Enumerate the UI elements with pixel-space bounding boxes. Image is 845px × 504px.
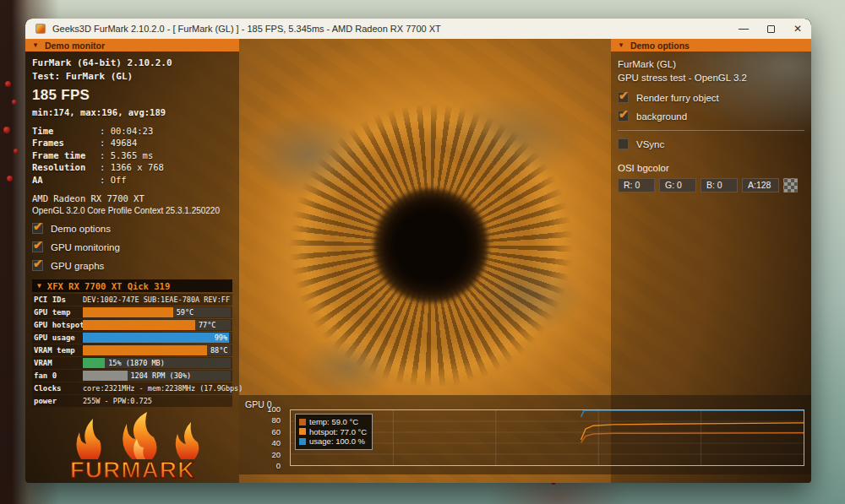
divider (618, 130, 804, 131)
demo-monitor-title: Demo monitor (45, 41, 105, 51)
checkbox-demo-options[interactable]: Demo options (32, 223, 232, 234)
sensor-row: GPU hotspot77°C (32, 319, 232, 331)
demo-monitor-panel: ▼ Demo monitor FurMark (64-bit) 2.10.2.0… (25, 39, 239, 483)
berry-decor (3, 127, 10, 133)
sensor-bar-fill (83, 307, 173, 317)
monitor-checkboxes: Demo optionsGPU monitoringGPU graphs (32, 223, 232, 271)
sensor-row: fan 01204 RPM (30%) (32, 370, 232, 382)
legend-entry: temp: 59.0 °C (299, 417, 367, 427)
titlebar[interactable]: Geeks3D FurMark 2.10.2.0 - [ FurMark (GL… (25, 19, 811, 39)
sensor-bar-track: 15% (1870 MB) (83, 358, 231, 368)
checkbox-gpu-monitoring[interactable]: GPU monitoring (32, 241, 232, 252)
eye-pupil (373, 188, 488, 303)
legend-label: usage: 100.0 % (309, 436, 365, 447)
furmark-logo-text: FURMARK (69, 457, 195, 483)
gpu-card-name: XFX RX 7700 XT Qick 319 (47, 281, 170, 291)
y-tick-label: 80 (271, 415, 281, 425)
checkbox-gpu-graphs[interactable]: GPU graphs (32, 260, 232, 271)
gpu-name: AMD Radeon RX 7700 XT (32, 193, 232, 203)
desktop-wallpaper: Geeks3D FurMark 2.10.2.0 - [ FurMark (GL… (0, 0, 845, 504)
sensor-bar-value: 88°C (210, 345, 227, 355)
y-tick-label: 40 (271, 438, 281, 447)
sensor-label: VRAM (32, 359, 83, 367)
stat-label: AA (32, 174, 100, 187)
stat-line: Resolution: 1366 x 768 (32, 161, 232, 174)
legend-swatch (299, 419, 306, 425)
series-line-hotspot (581, 423, 804, 440)
demo-options-title: Demo options (630, 41, 690, 51)
sensor-label: Clocks (32, 384, 83, 393)
sensor-row: Clockscore:2321MHz - mem:2238MHz (17.9Gb… (32, 382, 232, 394)
sensor-bar-value: 77°C (199, 320, 215, 330)
stat-value: : 49684 (100, 137, 137, 149)
close-button[interactable]: ✕ (784, 19, 811, 39)
sensor-row: VRAM temp88°C (32, 344, 232, 356)
stat-line: Frames: 49684 (32, 137, 232, 149)
legend-entry: usage: 100.0 % (299, 436, 367, 447)
gpu-sensor-rows: PCI IDsDEV:1002-747E SUB:1EAE-780A REV:F… (32, 294, 232, 407)
render-viewport: ▼ Demo monitor FurMark (64-bit) 2.10.2.0… (25, 39, 811, 483)
sensor-value: core:2321MHz - mem:2238MHz (17.9Gbps) (83, 384, 243, 393)
bgcolor-field-r[interactable]: R: 0 (618, 178, 655, 192)
legend-swatch (299, 428, 306, 435)
stat-value: : 5.365 ms (100, 149, 153, 162)
monitor-checkbox-icon (32, 223, 43, 234)
maximize-button[interactable] (757, 19, 784, 39)
sensor-bar-fill (83, 333, 229, 343)
checkbox-vsync[interactable]: VSync (618, 138, 804, 149)
bgcolor-field-b[interactable]: B: 0 (701, 178, 738, 192)
monitor-checkbox-icon (32, 260, 43, 271)
y-tick-label: 60 (271, 427, 281, 436)
gpu-card-header[interactable]: ▼ XFX RX 7700 XT Qick 319 (32, 279, 232, 292)
checkbox-render-furry-object[interactable]: Render furry object (618, 92, 804, 103)
bgcolor-field-a[interactable]: A:128 (742, 178, 779, 192)
minimize-button[interactable]: — (730, 19, 757, 39)
sensor-row: PCI IDsDEV:1002-747E SUB:1EAE-780A REV:F… (32, 294, 232, 306)
stat-value: : Off (100, 174, 127, 187)
sensor-label: GPU usage (32, 333, 83, 342)
berry-decor (14, 149, 19, 154)
demo-monitor-header[interactable]: ▼ Demo monitor (25, 39, 239, 51)
stat-label: Resolution (32, 161, 100, 174)
collapse-triangle-icon: ▼ (32, 41, 39, 49)
bgcolor-field-g[interactable]: G: 0 (659, 178, 696, 192)
sensor-label: GPU hotspot (32, 321, 83, 329)
app-icon (35, 24, 46, 34)
sensor-label: fan 0 (32, 371, 83, 380)
furmark-window: Geeks3D FurMark 2.10.2.0 - [ FurMark (GL… (25, 19, 811, 483)
stat-label: Time (32, 125, 100, 138)
vsync-label: VSync (636, 139, 664, 149)
graph-y-axis: 100806040200 (239, 395, 286, 474)
options-checkbox-icon (618, 111, 629, 122)
sensor-row: GPU temp59°C (32, 306, 232, 318)
sensor-bar-fill (83, 371, 128, 381)
app-version-line: FurMark (64-bit) 2.10.2.0 (32, 57, 232, 68)
sensor-label: PCI IDs (32, 295, 83, 304)
sensor-bar-value: 59°C (177, 307, 194, 317)
osi-bgcolor-fields: R: 0G: 0B: 0A:128 (618, 178, 804, 192)
sensor-bar-track: 88°C (83, 345, 231, 355)
sensor-label: power (32, 397, 83, 405)
berry-decor (5, 81, 11, 87)
sensor-bar-track: 59°C (83, 307, 231, 317)
checkbox-label: GPU graphs (51, 261, 104, 271)
options-subtitle-1: FurMark (GL) (618, 57, 804, 71)
series-line-usage (581, 410, 804, 417)
stat-line: AA: Off (32, 174, 232, 187)
sensor-row: VRAM15% (1870 MB) (32, 357, 232, 369)
collapse-triangle-icon: ▼ (618, 41, 624, 49)
test-line: Test: FurMark (GL) (32, 71, 232, 82)
checkbox-label: Render furry object (636, 93, 719, 103)
bgcolor-pattern-button[interactable] (783, 178, 798, 192)
fps-minmax: min:174, max:196, avg:189 (32, 106, 232, 119)
stats-block: Time: 00:04:23Frames: 49684Frame time: 5… (32, 125, 232, 187)
demo-options-header[interactable]: ▼ Demo options (611, 39, 811, 51)
sensor-bar-fill (83, 320, 195, 330)
stat-label: Frame time (32, 149, 100, 162)
sensor-bar-fill (83, 345, 207, 355)
legend-entry: hotspot: 77.0 °C (299, 427, 367, 437)
checkbox-background[interactable]: background (618, 111, 804, 122)
sensor-bar-value: 99% (215, 333, 227, 343)
legend-label: hotspot: 77.0 °C (309, 427, 367, 437)
legend-label: temp: 59.0 °C (309, 417, 358, 427)
